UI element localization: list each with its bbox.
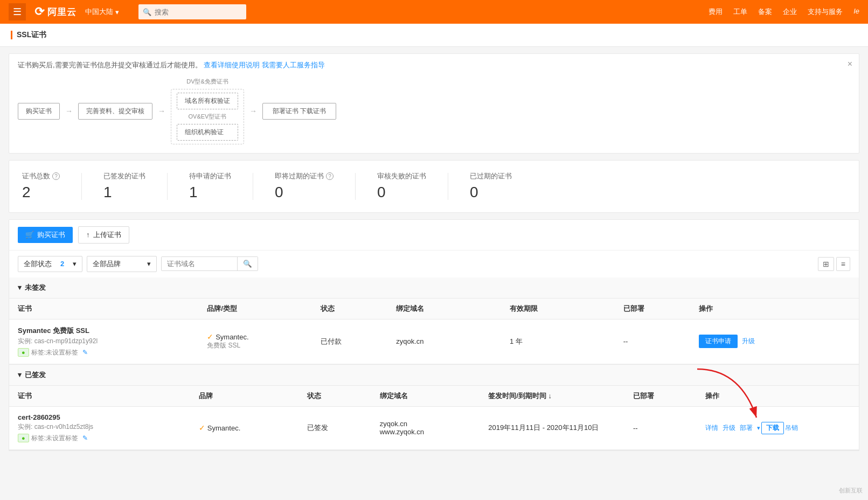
stat-expired-value: 0 [470, 183, 512, 202]
stat-issued: 已签发的证书 1 [103, 171, 145, 202]
section-unsigned-header[interactable]: ▾ 未签发 [9, 277, 859, 298]
cert-section: ▾ 未签发 证书 品牌/类型 状态 绑定域名 有效期限 已部署 操作 Syman… [9, 277, 859, 451]
logo-text: 阿里云 [47, 6, 77, 18]
status-filter[interactable]: 全部状态 2 ▾ [18, 256, 82, 272]
brand-filter[interactable]: 全部品牌 ▾ [87, 256, 157, 272]
status-filter-label: 全部状态 [24, 259, 52, 269]
page-container: SSL证书 证书购买后,需要完善证书信息并提交审核通过后才能使用。 查看详细使用… [0, 24, 868, 500]
deploy-link[interactable]: 部署 [740, 423, 753, 433]
scert-instance: 实例: cas-cn-v0h1dz5zt8js [18, 422, 199, 432]
section-signed-header[interactable]: ▾ 已签发 [9, 365, 859, 385]
cert-tag-edit-icon[interactable]: ✎ [82, 349, 88, 356]
list-view-button[interactable]: ≡ [836, 257, 850, 271]
supgrade-link[interactable]: 升级 [723, 423, 735, 433]
brand-logo: ✓ Symantec. [207, 332, 321, 341]
flow-diagram: 购买证书 → 完善资料、提交审核 → DV型&免费证书 域名所有权验证 OV&E… [18, 78, 850, 147]
stat-expiring-help-icon[interactable]: ? [326, 172, 334, 180]
upload-cert-button[interactable]: ↑ 上传证书 [78, 226, 129, 244]
col-cert: 证书 [18, 304, 207, 314]
domain-search-input[interactable] [162, 257, 237, 270]
deployed-value: -- [623, 337, 628, 345]
search-input[interactable] [155, 8, 235, 16]
notice-text: 证书购买后,需要完善证书信息并提交审核通过后才能使用。 [18, 61, 202, 69]
download-link[interactable]: 下载 [761, 422, 784, 434]
sstatus-col: 已签发 [307, 423, 379, 433]
detail-link[interactable]: 详情 [705, 423, 718, 433]
scol-brand: 品牌 [199, 391, 308, 401]
cert-info-col: Symantec 免费版 SSL 实例: cas-cn-mp91dzp1y92l… [18, 326, 207, 357]
upgrade-link[interactable]: 升级 [742, 337, 755, 345]
deployed-col: -- [623, 337, 699, 345]
stat-total-help-icon[interactable]: ? [52, 172, 60, 180]
scol-actions: 操作 [705, 391, 850, 401]
page-header: SSL证书 [0, 24, 868, 47]
scert-name: cert-2860295 [18, 413, 199, 421]
region-chevron-icon: ▾ [115, 8, 119, 16]
status-value: 已付款 [321, 337, 342, 345]
stat-divider3 [253, 173, 253, 200]
cert-apply-button[interactable]: 证书申请 [699, 335, 738, 348]
notice-close-button[interactable]: × [848, 59, 852, 69]
brand-col: ✓ Symantec. 免费版 SSL [207, 332, 321, 350]
stat-divider2 [167, 173, 168, 200]
flow-arrow3: → [249, 107, 257, 115]
deploy-dropdown[interactable]: 部署 ▾ [740, 423, 760, 433]
flow-step4: 部署证书 下载证书 [262, 103, 336, 120]
page-title: SSL证书 [17, 30, 46, 40]
cert-name: Symantec 免费版 SSL [18, 326, 207, 336]
sdomain-value1: zyqok.cn [380, 420, 489, 428]
nav-item-enterprise[interactable]: 企业 [783, 7, 797, 17]
table-row-signed: cert-2860295 实例: cas-cn-v0h1dz5zt8js ● 标… [9, 407, 859, 450]
region-selector[interactable]: 中国大陆 ▾ [85, 7, 119, 17]
sdomain-col: zyqok.cn www.zyqok.cn [380, 420, 489, 436]
sdomain-value2: www.zyqok.cn [380, 428, 489, 436]
flow-arrow1: → [65, 107, 73, 115]
nav-item-beian[interactable]: 备案 [758, 7, 772, 17]
scol-issue-date: 签发时间/到期时间 ↓ [488, 391, 633, 401]
signed-row-1: cert-2860295 实例: cas-cn-v0h1dz5zt8js ● 标… [18, 413, 850, 443]
table-header-unsigned: 证书 品牌/类型 状态 绑定域名 有效期限 已部署 操作 [9, 298, 859, 320]
stat-expiring-value: 0 [275, 183, 334, 202]
flow-arrow2: → [158, 107, 165, 115]
upload-icon: ↑ [86, 231, 90, 239]
view-toggle: ⊞ ≡ [818, 257, 850, 271]
domain-search-button[interactable]: 🔍 [237, 257, 258, 270]
filter-bar: 全部状态 2 ▾ 全部品牌 ▾ 🔍 ⊞ ≡ [9, 250, 859, 277]
notice-banner: 证书购买后,需要完善证书信息并提交审核通过后才能使用。 查看详细使用说明 我需要… [9, 53, 859, 154]
menu-button[interactable]: ☰ [9, 3, 26, 20]
watermark: 创新互联 [839, 487, 863, 495]
status-col: 已付款 [321, 337, 396, 346]
flow-ov-box1: 组织机构验证 [177, 124, 238, 141]
section-signed: ▾ 已签发 证书 品牌 状态 绑定域名 签发时间/到期时间 ↓ 已部署 操作 c… [9, 365, 859, 450]
notice-link2[interactable]: 我需要人工服务指导 [262, 61, 325, 69]
flow-dv-box1: 域名所有权验证 [177, 93, 238, 109]
nav-item-workorder[interactable]: 工单 [733, 7, 747, 17]
notice-link1[interactable]: 查看详细使用说明 [204, 61, 260, 69]
col-deployed: 已部署 [623, 304, 699, 314]
scert-tag-label: 标签:未设置标签 [31, 434, 78, 443]
status-filter-badge: 2 [60, 260, 64, 268]
symantec-check-icon: ✓ [207, 332, 213, 341]
scert-info-col: cert-2860295 实例: cas-cn-v0h1dz5zt8js ● 标… [18, 413, 199, 443]
sbrand-col: ✓ Symantec. [199, 423, 308, 432]
validity-value: 1 年 [510, 337, 523, 345]
logo[interactable]: ⟳ 阿里云 [34, 5, 77, 19]
stat-total-value: 2 [22, 183, 60, 202]
cert-tag-wrap: ● 标签:未设置标签 ✎ [18, 348, 207, 357]
revoke-link[interactable]: 吊销 [785, 423, 798, 433]
stat-failed-label: 审核失败的证书 [377, 171, 426, 181]
stat-total-label: 证书总数 ? [22, 171, 60, 181]
nav-item-fees[interactable]: 费用 [709, 7, 723, 17]
table-row: Symantec 免费版 SSL 实例: cas-cn-mp91dzp1y92l… [9, 320, 859, 364]
stat-issued-label: 已签发的证书 [103, 171, 145, 181]
scert-tag-edit-icon[interactable]: ✎ [82, 434, 88, 442]
scol-domain: 绑定域名 [380, 391, 489, 401]
grid-view-button[interactable]: ⊞ [818, 257, 834, 271]
nav-item-support[interactable]: 支持与服务 [808, 7, 843, 17]
buy-cert-button[interactable]: 🛒 购买证书 [18, 227, 73, 243]
menu-icon: ☰ [13, 6, 22, 18]
flow-step2: 完善资料、提交审核 [78, 103, 152, 120]
stat-pending-value: 1 [189, 183, 231, 202]
flow-branch-group: DV型&免费证书 域名所有权验证 OV&EV型证书 组织机构验证 [171, 78, 244, 144]
table-header-signed: 证书 品牌 状态 绑定域名 签发时间/到期时间 ↓ 已部署 操作 [9, 385, 859, 407]
